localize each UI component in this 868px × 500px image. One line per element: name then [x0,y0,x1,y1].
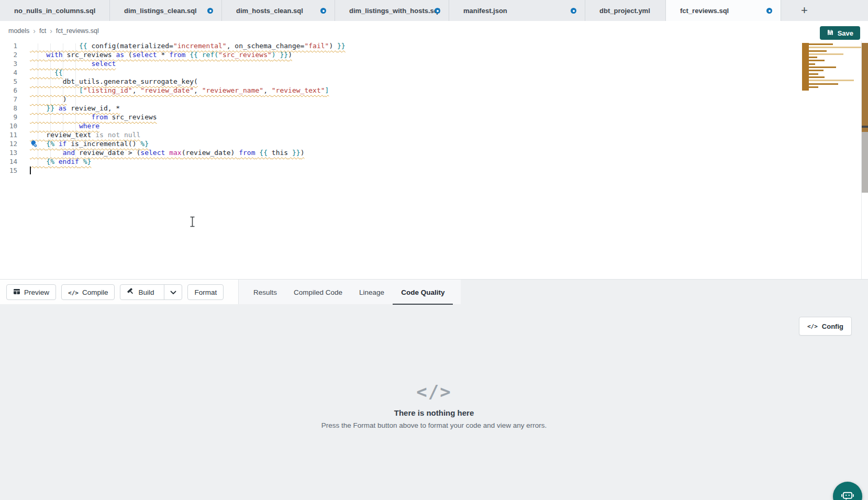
line-number: 13 [0,148,17,157]
code-quality-panel: </> Config </> There is nothing here Pre… [0,304,868,500]
breadcrumb-item[interactable]: fct [39,27,46,35]
code-slash-icon: </> [0,381,868,402]
minimap-line-mark [809,73,818,75]
code-line[interactable]: select [30,59,116,68]
breadcrumb-item[interactable]: fct_reviews.sql [56,27,99,35]
chat-bot-icon [840,488,855,500]
code-editor[interactable]: 1 {{ config(materialized="incremental", … [0,41,868,279]
line-number: 11 [0,130,17,139]
compile-button[interactable]: </>Compile [61,284,115,300]
modified-dot-icon [435,8,440,14]
panel-tab-results[interactable]: Results [245,280,285,305]
file-tab[interactable]: no_nulls_in_columns.sql [0,0,110,21]
warning-squiggle: with src_reviews as (select * from {{ re… [30,51,292,59]
file-tab[interactable]: manifest.json [449,0,585,21]
code-line[interactable]: {% if is_incremental() %} [30,139,149,148]
line-number: 4 [0,68,17,77]
warning-squiggle: and review_date > (select max(review_dat… [30,149,304,157]
code-line[interactable]: dbt_utils.generate_surrogate_key( [30,77,198,86]
line-number: 12 [0,139,17,148]
scrollbar[interactable] [862,43,868,193]
chevron-right-icon: › [50,27,52,35]
assistant-chat-button[interactable] [833,482,862,500]
warning-squiggle: dbt_utils.generate_surrogate_key( [30,77,198,85]
panel-tab-label: Lineage [359,288,384,296]
code-line-row: 8 }} as review_id, * [0,104,346,113]
code-line[interactable]: {{ [30,68,63,77]
minimap-line-mark [809,50,827,52]
code-line[interactable]: }} as review_id, * [30,104,120,113]
panel-tab-compiled-code[interactable]: Compiled Code [285,280,351,305]
code-line[interactable]: {% endif %} [30,157,91,166]
compile-button-label: Compile [82,288,108,296]
preview-button[interactable]: Preview [6,284,56,300]
config-button[interactable]: </> Config [799,317,852,336]
line-number: 8 [0,104,17,113]
code-line-row: 6 ["listing_id", "review_date", "reviewe… [0,86,346,95]
warning-squiggle: where [30,122,99,130]
scrollbar-warning-overlay [862,43,868,132]
build-button: Build [120,284,182,300]
line-number: 5 [0,77,17,86]
file-tab[interactable]: dim_listings_clean.sql [110,0,222,21]
minimap-line-mark [809,57,817,58]
file-tab[interactable]: dim_hosts_clean.sql [222,0,335,21]
code-line-row: 12 {% if is_incremental() %} [0,139,346,148]
format-button-label: Format [194,288,217,296]
build-button-main[interactable]: Build [120,285,160,299]
file-tab-bar: no_nulls_in_columns.sqldim_listings_clea… [0,0,868,21]
minimap-line-mark [809,86,818,88]
line-number: 9 [0,113,17,121]
file-tab[interactable]: fct_reviews.sql [666,0,781,21]
line-number: 3 [0,59,17,68]
warning-squiggle: {{ config(materialized="incremental", on… [30,42,346,50]
file-tab-label: fct_reviews.sql [680,7,729,15]
minimap-warning-strip [802,43,809,91]
minimap-line-mark [809,43,833,45]
chevron-right-icon: › [33,27,36,35]
minimap[interactable] [802,43,861,91]
code-lines: 1 {{ config(materialized="incremental", … [0,41,346,175]
minimap-line-mark [809,83,838,85]
code-line[interactable]: where [30,121,99,130]
code-line-row: 3 select [0,59,346,68]
breadcrumb-item[interactable]: models [8,27,29,35]
format-button[interactable]: Format [187,284,224,300]
panel-tab-code-quality[interactable]: Code Quality [393,280,453,305]
config-button-label: Config [822,323,843,330]
file-tab[interactable]: dim_listings_with_hosts.sql [335,0,449,21]
save-button[interactable]: Save [820,26,860,40]
code-icon: </> [807,323,818,330]
minimap-line-mark [809,66,836,68]
modified-dot-icon [320,8,326,14]
file-tab[interactable]: dbt_project.yml [585,0,666,21]
code-line[interactable]: ) [30,95,66,104]
bottom-toolbar: Preview</>CompileBuildFormat ResultsComp… [0,279,868,304]
code-line-row: 11 review_text is not null [0,130,346,139]
empty-state-title: There is nothing here [0,408,868,417]
table-icon [13,288,20,297]
panel-tab-bar: ResultsCompiled CodeLineageCode Quality [245,280,453,305]
code-line[interactable]: review_text is not null [30,130,140,139]
panel-tab-label: Results [253,288,277,296]
code-line[interactable]: ["listing_id", "review_date", "reviewer_… [30,86,329,95]
warning-squiggle: {% endif %} [30,158,91,165]
panel-tab-lineage[interactable]: Lineage [351,280,393,305]
breadcrumb: models›fct›fct_reviews.sql [8,21,99,41]
hammer-icon [127,287,135,297]
warning-squiggle: ["listing_id", "review_date", "reviewer_… [30,86,329,94]
code-line[interactable]: with src_reviews as (select * from {{ re… [30,50,292,59]
code-line-row: 14 {% endif %} [0,157,346,166]
code-line-row: 15 [0,166,346,175]
new-tab-button[interactable]: + [801,1,808,20]
warning-squiggle: from src_reviews [30,113,157,121]
lightbulb-icon[interactable] [30,140,38,150]
code-line[interactable]: from src_reviews [30,113,157,121]
code-line[interactable]: and review_date > (select max(review_dat… [30,148,304,157]
line-number: 14 [0,157,17,166]
file-tab-label: no_nulls_in_columns.sql [14,7,95,15]
active-tab-underline [393,304,453,305]
minimap-line-mark [809,47,861,48]
build-dropdown-button[interactable] [164,285,182,299]
code-line[interactable]: {{ config(materialized="incremental", on… [30,41,346,50]
